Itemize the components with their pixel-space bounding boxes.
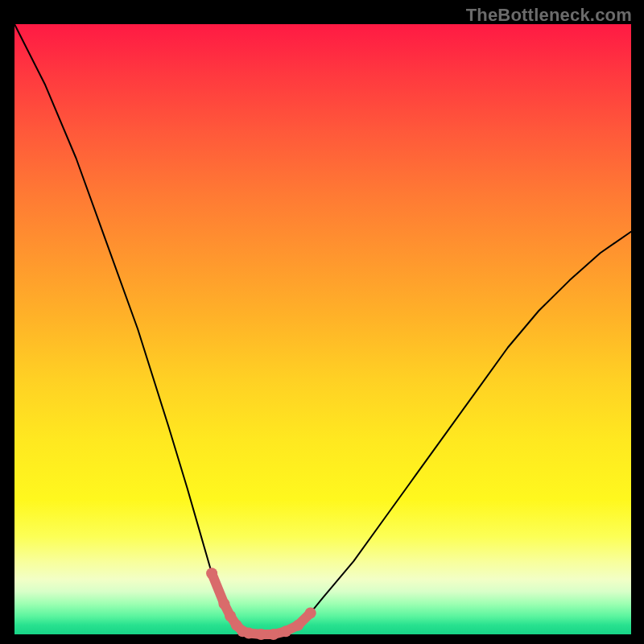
watermark-source: TheBottleneck.com xyxy=(466,5,632,26)
valley-dot xyxy=(268,629,279,640)
valley-dot xyxy=(280,625,291,637)
valley-dot xyxy=(218,598,229,609)
valley-dot xyxy=(243,627,254,638)
valley-dots xyxy=(206,568,316,640)
valley-dot xyxy=(206,568,217,579)
valley-dot xyxy=(292,620,303,631)
bottleneck-curve xyxy=(14,24,631,634)
valley-dot xyxy=(225,610,236,621)
valley-dot xyxy=(305,607,316,618)
curve-layer xyxy=(0,0,644,644)
valley-dot xyxy=(255,629,266,640)
chart-stage: TheBottleneck.com xyxy=(0,0,644,644)
